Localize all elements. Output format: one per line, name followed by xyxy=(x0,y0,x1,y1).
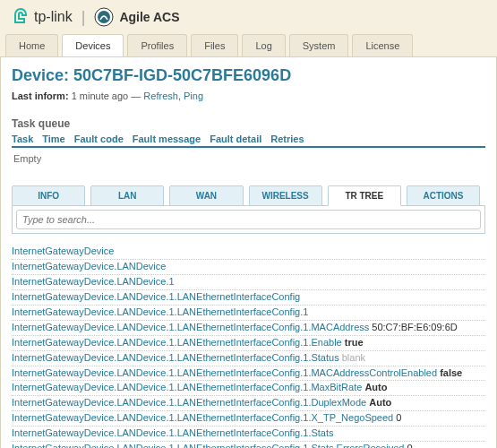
nav-item-devices[interactable]: Devices xyxy=(62,34,124,56)
task-col-retries[interactable]: Retries xyxy=(270,134,304,144)
nav-item-home[interactable]: Home xyxy=(5,34,58,56)
task-queue-empty: Empty xyxy=(12,148,485,169)
content-area: Device: 50C7BF-IGD-50C7BFE6096D Last inf… xyxy=(0,56,497,448)
tree-row[interactable]: InternetGatewayDevice.LANDevice.1.LANEth… xyxy=(12,336,485,351)
tree-row[interactable]: InternetGatewayDevice.LANDevice.1.LANEth… xyxy=(12,396,485,411)
task-col-fault-message[interactable]: Fault message xyxy=(133,134,201,144)
tree-value: 0 xyxy=(396,412,401,423)
tree-path[interactable]: InternetGatewayDevice.LANDevice.1 xyxy=(12,276,175,287)
tree-path[interactable]: InternetGatewayDevice.LANDevice.1.LANEth… xyxy=(12,443,404,448)
acs-logo: Agile ACS xyxy=(94,7,179,27)
tree-value: Auto xyxy=(364,382,387,392)
tplink-logo: tp-link xyxy=(11,7,73,27)
refresh-link[interactable]: Refresh xyxy=(143,90,178,101)
task-col-fault-detail[interactable]: Fault detail xyxy=(210,134,261,144)
last-inform-value: 1 minute ago xyxy=(72,90,129,101)
tree-row[interactable]: InternetGatewayDevice.LANDevice.1.LANEth… xyxy=(12,351,485,366)
tree-value: 0 xyxy=(407,443,412,448)
svg-point-1 xyxy=(98,11,110,23)
acs-icon xyxy=(94,7,114,27)
tree-path[interactable]: InternetGatewayDevice.LANDevice.1.LANEth… xyxy=(12,352,339,363)
tree-path[interactable]: InternetGatewayDevice.LANDevice.1.LANEth… xyxy=(12,412,393,423)
acs-label: Agile ACS xyxy=(119,10,179,24)
tree-row[interactable]: InternetGatewayDevice.LANDevice.1.LANEth… xyxy=(12,306,485,321)
nav-item-profiles[interactable]: Profiles xyxy=(127,34,187,56)
tree-path[interactable]: InternetGatewayDevice.LANDevice.1.LANEth… xyxy=(12,367,437,378)
tree-row[interactable]: InternetGatewayDevice.LANDevice.1 xyxy=(12,275,485,290)
tplink-label: tp-link xyxy=(34,9,73,25)
tree-path[interactable]: InternetGatewayDevice.LANDevice.1.LANEth… xyxy=(12,382,362,392)
task-queue-title: Task queue xyxy=(12,117,485,130)
tree-path[interactable]: InternetGatewayDevice.LANDevice.1.LANEth… xyxy=(12,337,342,348)
tree-row[interactable]: InternetGatewayDevice xyxy=(12,245,485,260)
tree-path[interactable]: InternetGatewayDevice.LANDevice.1.LANEth… xyxy=(12,322,369,332)
tree-path[interactable]: InternetGatewayDevice.LANDevice.1.LANEth… xyxy=(12,397,366,408)
ping-link[interactable]: Ping xyxy=(184,90,203,101)
tree-path[interactable]: InternetGatewayDevice.LANDevice xyxy=(12,261,166,271)
tree-row[interactable]: InternetGatewayDevice.LANDevice.1.LANEth… xyxy=(12,321,485,336)
brand-divider: | xyxy=(81,8,86,27)
last-inform-row: Last inform: 1 minute ago — Refresh, Pin… xyxy=(12,90,485,101)
task-col-fault-code[interactable]: Fault code xyxy=(74,134,124,144)
tree-row[interactable]: InternetGatewayDevice.LANDevice.1.LANEth… xyxy=(12,290,485,306)
tree-path[interactable]: InternetGatewayDevice.LANDevice.1.LANEth… xyxy=(12,306,308,317)
sub-tab-wireless[interactable]: WIRELESS xyxy=(249,185,322,206)
tree-path[interactable]: InternetGatewayDevice.LANDevice.1.LANEth… xyxy=(12,291,300,302)
sub-tab-tr-tree[interactable]: TR TREE xyxy=(328,185,401,206)
tplink-icon xyxy=(11,7,30,27)
last-inform-label: Last inform: xyxy=(12,90,69,101)
last-inform-sep: — xyxy=(128,90,143,101)
tree-value: 50:C7:BF:E6:09:6D xyxy=(372,322,457,332)
tree-row[interactable]: InternetGatewayDevice.LANDevice.1.LANEth… xyxy=(12,381,485,396)
tree-row[interactable]: InternetGatewayDevice.LANDevice.1.LANEth… xyxy=(12,442,485,448)
main-nav: HomeDevicesProfilesFilesLogSystemLicense xyxy=(0,34,497,56)
task-col-time[interactable]: Time xyxy=(42,134,64,144)
device-title: Device: 50C7BF-IGD-50C7BFE6096D xyxy=(12,66,485,85)
nav-item-log[interactable]: Log xyxy=(242,34,285,56)
tree-row[interactable]: InternetGatewayDevice.LANDevice.1.LANEth… xyxy=(12,426,485,442)
tree-row[interactable]: InternetGatewayDevice.LANDevice xyxy=(12,260,485,275)
tree-value: Auto xyxy=(369,397,391,408)
tree-row[interactable]: InternetGatewayDevice.LANDevice.1.LANEth… xyxy=(12,366,485,382)
task-queue-header: TaskTimeFault codeFault messageFault det… xyxy=(12,134,485,148)
header-bar: tp-link | Agile ACS xyxy=(0,0,497,34)
sub-tab-info[interactable]: INFO xyxy=(12,185,85,206)
nav-item-system[interactable]: System xyxy=(289,34,349,56)
tree-row[interactable]: InternetGatewayDevice.LANDevice.1.LANEth… xyxy=(12,411,485,426)
tree-path[interactable]: InternetGatewayDevice.LANDevice.1.LANEth… xyxy=(12,427,334,438)
search-row xyxy=(12,205,485,234)
nav-item-files[interactable]: Files xyxy=(191,34,238,56)
search-input[interactable] xyxy=(16,210,481,229)
sub-tab-lan[interactable]: LAN xyxy=(90,185,164,206)
nav-item-license[interactable]: License xyxy=(352,34,413,56)
sub-tabs: INFOLANWANWIRELESSTR TREEACTIONS xyxy=(12,185,485,206)
tree-value: blank xyxy=(342,352,365,363)
sub-tab-actions[interactable]: ACTIONS xyxy=(407,185,480,206)
sub-tab-wan[interactable]: WAN xyxy=(169,185,243,206)
tree-value: true xyxy=(345,337,364,348)
task-col-task[interactable]: Task xyxy=(12,134,33,144)
tree-path[interactable]: InternetGatewayDevice xyxy=(12,246,114,256)
tree-value: false xyxy=(440,367,462,378)
tr-tree: InternetGatewayDeviceInternetGatewayDevi… xyxy=(12,245,485,448)
